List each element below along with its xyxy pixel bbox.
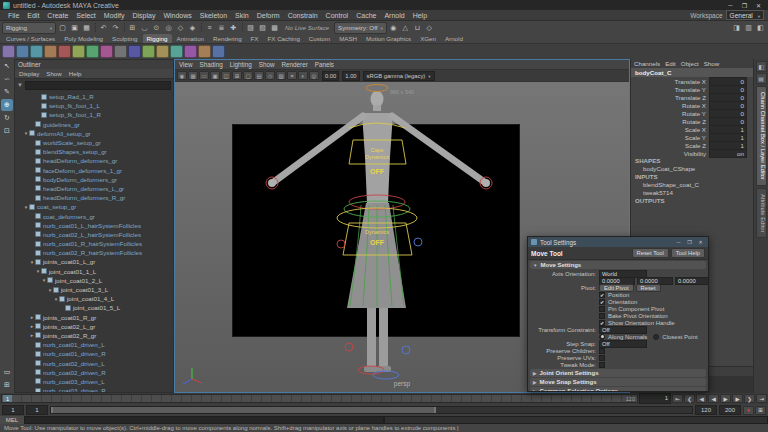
step-forward-key-button[interactable]: ❯ bbox=[744, 394, 755, 403]
open-scene-icon[interactable]: ▣ bbox=[69, 22, 80, 33]
radio-option[interactable]: Closest Point bbox=[653, 334, 697, 340]
outliner-row[interactable]: ▾ joint_coat01_4_L bbox=[15, 294, 173, 303]
outliner-menu-item[interactable]: Help bbox=[69, 70, 82, 77]
camera-lock-icon[interactable]: ◉ bbox=[177, 71, 187, 80]
output-connections-icon[interactable]: ≣ bbox=[216, 22, 227, 33]
colorspace-selector[interactable]: sRGB gamma (legacy) bbox=[363, 71, 435, 81]
outliner-row[interactable]: nurb_coat01_R_hairSystemFollicles bbox=[15, 239, 173, 248]
close-button[interactable]: ✕ bbox=[752, 1, 765, 10]
channel-box-menu-item[interactable]: Edit bbox=[665, 60, 676, 67]
menu-item[interactable]: Arnold bbox=[380, 12, 408, 19]
close-button[interactable]: ✕ bbox=[696, 238, 705, 246]
outliner-row[interactable]: ▸ joints_coat01_R_gr bbox=[15, 313, 173, 322]
safe-action-icon[interactable]: ▢ bbox=[243, 71, 253, 80]
go-to-end-button[interactable]: ⇥ bbox=[756, 394, 767, 403]
undo-icon[interactable]: ↶ bbox=[98, 22, 109, 33]
safe-title-icon[interactable]: ▤ bbox=[254, 71, 264, 80]
play-forward-button[interactable]: ▶ bbox=[720, 394, 731, 403]
soft-select-icon[interactable]: ◉ bbox=[388, 22, 399, 33]
channel-box-node-item[interactable]: SHAPES bbox=[631, 157, 753, 165]
wrap-deformer-icon[interactable] bbox=[142, 45, 155, 58]
input-connections-icon[interactable]: ≡ bbox=[204, 22, 215, 33]
viewport-menu-item[interactable]: Lighting bbox=[230, 61, 252, 68]
shelf-tab[interactable]: Sculpting bbox=[108, 34, 141, 43]
checkbox-row[interactable]: Preserve Children: bbox=[530, 347, 706, 354]
viewport-menu-item[interactable]: Renderer bbox=[281, 61, 307, 68]
sidebar-vertical-tab[interactable]: Chann Channel Box / Layer Editor bbox=[756, 86, 767, 186]
command-language-toggle[interactable]: MEL bbox=[0, 416, 24, 424]
render-icon[interactable]: ▨ bbox=[245, 22, 256, 33]
blend-shape-icon[interactable] bbox=[100, 45, 113, 58]
move-settings-section-header[interactable]: Move Settings bbox=[530, 261, 706, 269]
outliner-menu-item[interactable]: Display bbox=[19, 70, 39, 77]
channel-box-menu-item[interactable]: Object bbox=[681, 60, 699, 67]
gate-mask-icon[interactable]: ◫ bbox=[221, 71, 231, 80]
checkbox[interactable] bbox=[599, 306, 605, 312]
menu-item[interactable]: Deform bbox=[253, 12, 284, 19]
animation-start-field[interactable]: 1 bbox=[2, 405, 24, 415]
snap-to-grid-icon[interactable]: ⊞ bbox=[127, 22, 138, 33]
joint-tool-icon[interactable] bbox=[2, 45, 15, 58]
snap-to-curve-icon[interactable]: ◡ bbox=[139, 22, 150, 33]
snap-to-view-plane-icon[interactable]: ◇ bbox=[175, 22, 186, 33]
paint-skin-weights-icon[interactable] bbox=[72, 45, 85, 58]
checkbox-row[interactable]: Pin Component Pivot bbox=[599, 305, 706, 312]
menu-item[interactable]: Control bbox=[322, 12, 353, 19]
checkbox[interactable] bbox=[599, 348, 605, 354]
menu-item[interactable]: Display bbox=[128, 12, 159, 19]
redo-icon[interactable]: ↷ bbox=[110, 22, 121, 33]
tool-settings-titlebar[interactable]: Tool Settings ─ ❐ ✕ bbox=[528, 237, 708, 247]
checkbox[interactable] bbox=[599, 313, 605, 319]
sidebar-vertical-tab[interactable]: Attribute Editor bbox=[756, 188, 767, 238]
maximize-button[interactable]: ❐ bbox=[685, 238, 694, 246]
outliner-row[interactable]: ▾ joints_coat01_L_gr bbox=[15, 257, 173, 266]
render-settings-icon[interactable]: ▩ bbox=[269, 22, 280, 33]
gamma-field[interactable]: 1.00 bbox=[342, 71, 359, 81]
collapsed-section-header[interactable]: Joint Orient Settings bbox=[530, 369, 706, 377]
four-pane-layout-icon[interactable]: ⊞ bbox=[1, 379, 13, 391]
viewport-menu-item[interactable]: Panels bbox=[315, 61, 334, 68]
playback-start-field[interactable]: 1 bbox=[26, 405, 48, 415]
range-slider-bar[interactable] bbox=[50, 406, 693, 414]
resolution-gate-icon[interactable]: ▣ bbox=[210, 71, 220, 80]
point-constraint-icon[interactable] bbox=[170, 45, 183, 58]
animation-end-field[interactable]: 200 bbox=[719, 405, 741, 415]
textured-mode-icon[interactable]: ▧ bbox=[276, 71, 286, 80]
outliner-row[interactable]: nurb_coat02_driven_R bbox=[15, 368, 173, 377]
checkbox[interactable] bbox=[599, 292, 605, 298]
shelf-tab[interactable]: Poly Modeling bbox=[60, 34, 107, 43]
collapsed-section-header[interactable]: Common Selection Options bbox=[530, 387, 706, 391]
cluster-icon[interactable] bbox=[114, 45, 127, 58]
checkbox[interactable] bbox=[599, 355, 605, 361]
outliner-row[interactable]: faceDeform_deformers_1_gr bbox=[15, 166, 173, 175]
outliner-row[interactable]: ▾ joint_coat01_2_L bbox=[15, 276, 173, 285]
channel-box-node-item[interactable]: tweak5714 bbox=[631, 189, 753, 197]
shelf-tab[interactable]: Motion Graphics bbox=[362, 34, 415, 43]
checkbox-row[interactable]: Preserve UVs: bbox=[530, 354, 706, 361]
menu-item[interactable]: Edit bbox=[23, 12, 43, 19]
paint-select-tool-icon[interactable]: ✎ bbox=[1, 86, 13, 98]
checkbox-row[interactable]: Position bbox=[599, 291, 706, 298]
snap-to-projected-center-icon[interactable]: ◎ bbox=[163, 22, 174, 33]
shelf-tab[interactable]: Curves / Surfaces bbox=[2, 34, 59, 43]
save-scene-icon[interactable]: ▦ bbox=[81, 22, 92, 33]
outliner-row[interactable]: headDeform_deformers_L_gr bbox=[15, 184, 173, 193]
shelf-tab[interactable]: MASH bbox=[335, 34, 361, 43]
checkbox-row[interactable]: Tweak Mode: bbox=[530, 361, 706, 368]
lattice-icon[interactable] bbox=[128, 45, 141, 58]
command-input[interactable] bbox=[24, 416, 384, 424]
ik-spline-icon[interactable] bbox=[30, 45, 43, 58]
shelf-tab[interactable]: XGen bbox=[416, 34, 440, 43]
anim-preferences-button[interactable]: ⊞ bbox=[755, 406, 766, 415]
scale-tool-icon[interactable]: ⊡ bbox=[1, 125, 13, 137]
outliner-row[interactable]: joint_coat01_5_L bbox=[15, 303, 173, 312]
channel-box-node-item[interactable]: bodyCoat_CShape bbox=[631, 165, 753, 173]
menu-item[interactable]: Help bbox=[409, 12, 431, 19]
snap-align-icon[interactable]: ⊔ bbox=[412, 22, 423, 33]
outliner-row[interactable]: setup_fk_foot_1_L bbox=[15, 101, 173, 110]
outliner-row[interactable]: coat_deformers_gr bbox=[15, 211, 173, 220]
move-tool-icon[interactable]: ⊕ bbox=[1, 99, 13, 111]
tool-help-button[interactable]: Tool Help bbox=[671, 248, 705, 258]
outliner-row[interactable]: ▾ deformAll_setup_gr bbox=[15, 129, 173, 138]
outliner-row[interactable]: nurb_coat01_driven_L bbox=[15, 340, 173, 349]
